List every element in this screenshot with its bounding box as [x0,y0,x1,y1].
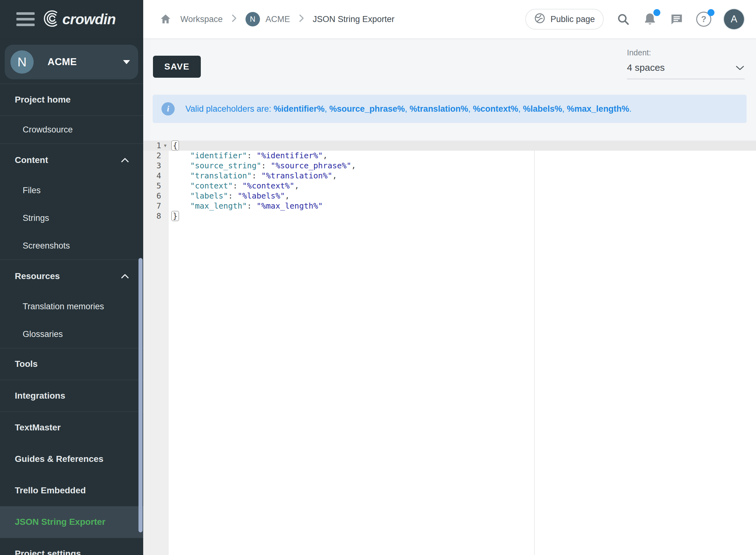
indent-label: Indent: [627,48,745,57]
breadcrumb-current: JSON String Exporter [313,14,395,24]
code-line: 4 "translation": "%translation%", [143,171,756,181]
sidebar-item-label: Trello Embedded [15,485,86,496]
crowdin-logo[interactable]: crowdin [42,9,116,29]
sidebar-item-label: Project home [15,95,71,105]
notifications-bell-icon[interactable] [643,12,657,27]
sidebar-menu: Project homeCrowdsourceContentFilesStrin… [0,84,143,555]
messages-icon[interactable] [670,12,684,26]
indent-control: Indent: 4 spaces [627,48,745,79]
home-icon[interactable] [159,13,172,26]
sidebar-item-translation-memories[interactable]: Translation memories [0,293,143,320]
sidebar-item-resources[interactable]: Resources [0,260,143,293]
line-number: 5 [143,181,161,191]
sidebar-item-label: Guides & References [15,454,103,464]
topbar-brand: crowdin [0,0,143,39]
sidebar-item-label: Resources [15,271,60,281]
code-line: 8} [143,211,756,221]
globe-icon [534,12,545,26]
sidebar-scrollbar[interactable] [138,258,142,532]
crowdin-app: crowdin Workspace N ACME JSON String Exp… [0,0,756,555]
project-avatar: N [246,12,260,27]
topbar-actions: Public page ? A [525,9,744,30]
sidebar-item-label: Files [23,186,41,196]
code-lines: 1▾{2 "identifier": "%identifier%",3 "sou… [143,141,756,221]
sidebar-item-crowdsource[interactable]: Crowdsource [0,116,143,143]
sidebar-item-guides-references[interactable]: Guides & References [0,443,143,475]
sidebar: N ACME Project homeCrowdsourceContentFil… [0,38,143,555]
code-line: 1▾{ [143,141,756,151]
sidebar-item-label: Tools [15,359,38,369]
sidebar-item-label: Integrations [15,391,65,401]
fold-arrow-icon[interactable]: ▾ [161,141,169,151]
project-name: ACME [47,56,77,68]
crowdin-swirl-icon [42,9,60,29]
chevron-right-icon [231,13,237,25]
sidebar-item-label: Strings [23,213,49,223]
breadcrumb-project[interactable]: N ACME [246,12,290,27]
sidebar-item-glossaries[interactable]: Glossaries [0,320,143,348]
sidebar-item-integrations[interactable]: Integrations [0,380,143,412]
line-number: 6 [143,191,161,201]
sidebar-item-tools[interactable]: Tools [0,348,143,380]
sidebar-item-project-settings[interactable]: Project settings [0,538,143,555]
code-line: 7 "max_length": "%max_length%" [143,201,756,211]
sidebar-item-project-home[interactable]: Project home [0,84,143,116]
indent-select[interactable]: 4 spaces [627,62,745,79]
code-line: 2 "identifier": "%identifier%", [143,151,756,161]
sidebar-item-content[interactable]: Content [0,144,143,176]
sidebar-item-label: Crowdsource [23,125,73,135]
chevron-up-icon[interactable] [121,155,129,165]
breadcrumb-project-label: ACME [266,14,290,24]
sidebar-item-label: Project settings [15,549,81,555]
sidebar-item-files[interactable]: Files [0,176,143,204]
notification-badge [654,9,660,16]
topbar: crowdin Workspace N ACME JSON String Exp… [0,0,756,39]
chevron-up-icon[interactable] [121,271,129,281]
project-selector[interactable]: N ACME [5,45,138,79]
public-page-button[interactable]: Public page [525,9,604,30]
indent-value: 4 spaces [627,62,665,73]
menu-toggle-icon[interactable] [16,12,35,26]
save-button[interactable]: SAVE [153,56,201,78]
line-number: 7 [143,201,161,211]
breadcrumb-workspace[interactable]: Workspace [180,14,223,24]
sidebar-item-label: Content [15,155,48,165]
sidebar-item-label: Screenshots [23,241,70,251]
banner-text: Valid placeholders are: %identifier%, %s… [185,104,632,114]
search-icon[interactable] [616,12,630,26]
code-line: 3 "source_string": "%source_phrase%", [143,161,756,171]
project-avatar-large: N [10,50,34,74]
sidebar-item-json-string-exporter[interactable]: JSON String Exporter [0,506,143,538]
code-editor[interactable]: 1▾{2 "identifier": "%identifier%",3 "sou… [143,141,756,555]
line-number: 3 [143,161,161,171]
sidebar-item-label: Translation memories [23,302,104,311]
chevron-right-icon [298,13,305,25]
line-number: 4 [143,171,161,181]
sidebar-item-trello-embedded[interactable]: Trello Embedded [0,475,143,506]
sidebar-item-label: JSON String Exporter [15,517,106,527]
sidebar-item-strings[interactable]: Strings [0,204,143,232]
sidebar-item-label: Glossaries [23,330,63,339]
user-avatar[interactable]: A [724,9,744,29]
main-content: SAVE Indent: 4 spaces i Valid placeholde… [143,39,756,555]
chevron-down-icon [735,62,745,73]
code-line: 5 "context": "%context%", [143,181,756,191]
line-number: 2 [143,151,161,161]
help-icon[interactable]: ? [696,12,711,27]
help-badge [708,9,714,16]
crowdin-wordmark: crowdin [62,11,116,28]
public-page-label: Public page [550,14,595,24]
sidebar-item-screenshots[interactable]: Screenshots [0,232,143,260]
breadcrumb: Workspace N ACME JSON String Exporter [159,12,394,27]
sidebar-item-textmaster[interactable]: TextMaster [0,412,143,443]
code-line: 6 "labels": "%labels%", [143,191,756,201]
info-banner: i Valid placeholders are: %identifier%, … [153,95,747,123]
sidebar-item-label: TextMaster [15,423,61,433]
info-icon: i [162,102,175,116]
line-number: 1 [143,141,161,151]
line-number: 8 [143,211,161,221]
caret-down-icon [123,60,130,64]
